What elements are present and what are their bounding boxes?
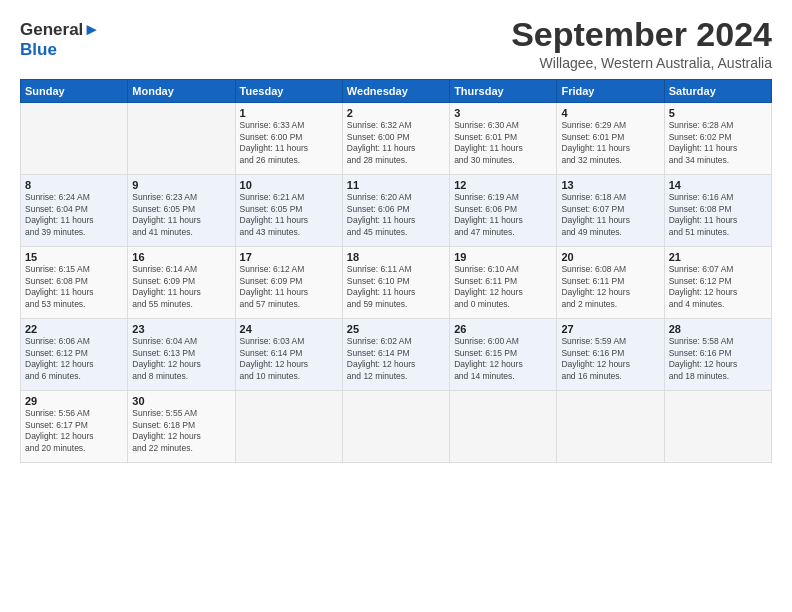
header-monday: Monday <box>128 80 235 103</box>
header-tuesday: Tuesday <box>235 80 342 103</box>
header-sunday: Sunday <box>21 80 128 103</box>
day-number: 22 <box>25 323 123 335</box>
table-row: 8Sunrise: 6:24 AM Sunset: 6:04 PM Daylig… <box>21 175 128 247</box>
day-info: Sunrise: 5:55 AM Sunset: 6:18 PM Dayligh… <box>132 408 230 454</box>
table-row: 9Sunrise: 6:23 AM Sunset: 6:05 PM Daylig… <box>128 175 235 247</box>
day-info: Sunrise: 6:19 AM Sunset: 6:06 PM Dayligh… <box>454 192 552 238</box>
table-row: 20Sunrise: 6:08 AM Sunset: 6:11 PM Dayli… <box>557 247 664 319</box>
day-number: 28 <box>669 323 767 335</box>
table-row: 28Sunrise: 5:58 AM Sunset: 6:16 PM Dayli… <box>664 319 771 391</box>
logo-general: General► <box>20 20 100 40</box>
table-row: 19Sunrise: 6:10 AM Sunset: 6:11 PM Dayli… <box>450 247 557 319</box>
page: General► Blue September 2024 Willagee, W… <box>0 0 792 612</box>
day-number: 24 <box>240 323 338 335</box>
table-row: 25Sunrise: 6:02 AM Sunset: 6:14 PM Dayli… <box>342 319 449 391</box>
calendar-week-row: 15Sunrise: 6:15 AM Sunset: 6:08 PM Dayli… <box>21 247 772 319</box>
day-info: Sunrise: 6:02 AM Sunset: 6:14 PM Dayligh… <box>347 336 445 382</box>
day-number: 4 <box>561 107 659 119</box>
table-row <box>450 391 557 463</box>
day-info: Sunrise: 6:12 AM Sunset: 6:09 PM Dayligh… <box>240 264 338 310</box>
table-row: 15Sunrise: 6:15 AM Sunset: 6:08 PM Dayli… <box>21 247 128 319</box>
logo-blue-text: ► <box>83 20 100 39</box>
day-number: 13 <box>561 179 659 191</box>
calendar-table: Sunday Monday Tuesday Wednesday Thursday… <box>20 79 772 463</box>
day-info: Sunrise: 6:29 AM Sunset: 6:01 PM Dayligh… <box>561 120 659 166</box>
day-info: Sunrise: 6:20 AM Sunset: 6:06 PM Dayligh… <box>347 192 445 238</box>
day-info: Sunrise: 6:06 AM Sunset: 6:12 PM Dayligh… <box>25 336 123 382</box>
day-info: Sunrise: 6:04 AM Sunset: 6:13 PM Dayligh… <box>132 336 230 382</box>
day-info: Sunrise: 5:56 AM Sunset: 6:17 PM Dayligh… <box>25 408 123 454</box>
day-number: 25 <box>347 323 445 335</box>
day-number: 15 <box>25 251 123 263</box>
table-row: 16Sunrise: 6:14 AM Sunset: 6:09 PM Dayli… <box>128 247 235 319</box>
day-number: 3 <box>454 107 552 119</box>
day-number: 10 <box>240 179 338 191</box>
day-info: Sunrise: 6:28 AM Sunset: 6:02 PM Dayligh… <box>669 120 767 166</box>
day-number: 8 <box>25 179 123 191</box>
day-number: 5 <box>669 107 767 119</box>
day-info: Sunrise: 6:11 AM Sunset: 6:10 PM Dayligh… <box>347 264 445 310</box>
table-row: 17Sunrise: 6:12 AM Sunset: 6:09 PM Dayli… <box>235 247 342 319</box>
table-row: 22Sunrise: 6:06 AM Sunset: 6:12 PM Dayli… <box>21 319 128 391</box>
calendar-body: 1Sunrise: 6:33 AM Sunset: 6:00 PM Daylig… <box>21 103 772 463</box>
day-info: Sunrise: 5:59 AM Sunset: 6:16 PM Dayligh… <box>561 336 659 382</box>
day-info: Sunrise: 6:21 AM Sunset: 6:05 PM Dayligh… <box>240 192 338 238</box>
location: Willagee, Western Australia, Australia <box>511 55 772 71</box>
day-number: 14 <box>669 179 767 191</box>
table-row: 13Sunrise: 6:18 AM Sunset: 6:07 PM Dayli… <box>557 175 664 247</box>
table-row: 5Sunrise: 6:28 AM Sunset: 6:02 PM Daylig… <box>664 103 771 175</box>
table-row: 24Sunrise: 6:03 AM Sunset: 6:14 PM Dayli… <box>235 319 342 391</box>
title-block: September 2024 Willagee, Western Austral… <box>511 16 772 71</box>
table-row: 29Sunrise: 5:56 AM Sunset: 6:17 PM Dayli… <box>21 391 128 463</box>
day-info: Sunrise: 6:30 AM Sunset: 6:01 PM Dayligh… <box>454 120 552 166</box>
day-number: 27 <box>561 323 659 335</box>
table-row <box>128 103 235 175</box>
day-number: 23 <box>132 323 230 335</box>
table-row: 14Sunrise: 6:16 AM Sunset: 6:08 PM Dayli… <box>664 175 771 247</box>
logo: General► Blue <box>20 20 100 59</box>
month-title: September 2024 <box>511 16 772 53</box>
day-number: 11 <box>347 179 445 191</box>
day-info: Sunrise: 6:07 AM Sunset: 6:12 PM Dayligh… <box>669 264 767 310</box>
day-number: 26 <box>454 323 552 335</box>
day-number: 20 <box>561 251 659 263</box>
table-row: 27Sunrise: 5:59 AM Sunset: 6:16 PM Dayli… <box>557 319 664 391</box>
day-number: 17 <box>240 251 338 263</box>
day-number: 16 <box>132 251 230 263</box>
table-row: 3Sunrise: 6:30 AM Sunset: 6:01 PM Daylig… <box>450 103 557 175</box>
table-row <box>557 391 664 463</box>
day-info: Sunrise: 6:10 AM Sunset: 6:11 PM Dayligh… <box>454 264 552 310</box>
table-row: 11Sunrise: 6:20 AM Sunset: 6:06 PM Dayli… <box>342 175 449 247</box>
calendar-week-row: 1Sunrise: 6:33 AM Sunset: 6:00 PM Daylig… <box>21 103 772 175</box>
table-row: 10Sunrise: 6:21 AM Sunset: 6:05 PM Dayli… <box>235 175 342 247</box>
table-row: 21Sunrise: 6:07 AM Sunset: 6:12 PM Dayli… <box>664 247 771 319</box>
header: General► Blue September 2024 Willagee, W… <box>20 16 772 71</box>
day-number: 1 <box>240 107 338 119</box>
day-number: 29 <box>25 395 123 407</box>
day-info: Sunrise: 6:00 AM Sunset: 6:15 PM Dayligh… <box>454 336 552 382</box>
table-row: 30Sunrise: 5:55 AM Sunset: 6:18 PM Dayli… <box>128 391 235 463</box>
table-row: 23Sunrise: 6:04 AM Sunset: 6:13 PM Dayli… <box>128 319 235 391</box>
header-friday: Friday <box>557 80 664 103</box>
table-row <box>21 103 128 175</box>
day-number: 18 <box>347 251 445 263</box>
day-info: Sunrise: 6:33 AM Sunset: 6:00 PM Dayligh… <box>240 120 338 166</box>
calendar-header: Sunday Monday Tuesday Wednesday Thursday… <box>21 80 772 103</box>
table-row <box>664 391 771 463</box>
table-row: 4Sunrise: 6:29 AM Sunset: 6:01 PM Daylig… <box>557 103 664 175</box>
day-info: Sunrise: 5:58 AM Sunset: 6:16 PM Dayligh… <box>669 336 767 382</box>
day-info: Sunrise: 6:23 AM Sunset: 6:05 PM Dayligh… <box>132 192 230 238</box>
table-row <box>342 391 449 463</box>
day-number: 12 <box>454 179 552 191</box>
table-row: 2Sunrise: 6:32 AM Sunset: 6:00 PM Daylig… <box>342 103 449 175</box>
table-row: 26Sunrise: 6:00 AM Sunset: 6:15 PM Dayli… <box>450 319 557 391</box>
day-info: Sunrise: 6:03 AM Sunset: 6:14 PM Dayligh… <box>240 336 338 382</box>
header-wednesday: Wednesday <box>342 80 449 103</box>
day-number: 21 <box>669 251 767 263</box>
calendar-week-row: 8Sunrise: 6:24 AM Sunset: 6:04 PM Daylig… <box>21 175 772 247</box>
day-info: Sunrise: 6:08 AM Sunset: 6:11 PM Dayligh… <box>561 264 659 310</box>
header-row: Sunday Monday Tuesday Wednesday Thursday… <box>21 80 772 103</box>
day-number: 19 <box>454 251 552 263</box>
day-info: Sunrise: 6:24 AM Sunset: 6:04 PM Dayligh… <box>25 192 123 238</box>
logo-blue-line: Blue <box>20 40 100 60</box>
